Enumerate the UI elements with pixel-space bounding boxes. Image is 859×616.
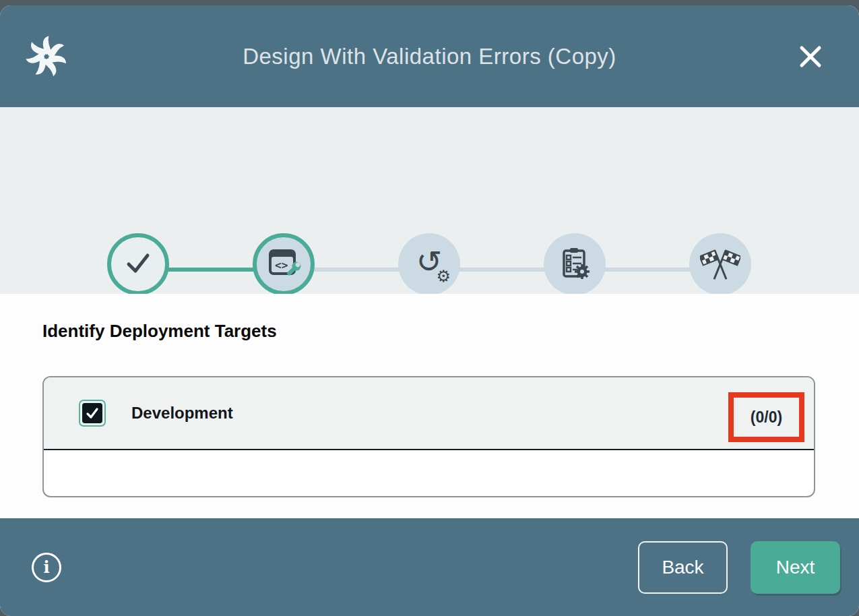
stepper-connector-todo xyxy=(284,268,720,272)
checkbox-checkmark-icon xyxy=(82,403,102,423)
wizard-stepper: Validate Design <> Identify Environments xyxy=(0,107,859,294)
wizard-step-content: Identify Deployment Targets Development … xyxy=(0,294,859,518)
deployment-wizard-dialog: Design With Validation Errors (Copy) Val… xyxy=(0,5,859,616)
content-heading: Identify Deployment Targets xyxy=(42,321,277,342)
target-row-development[interactable]: Development (0/0) xyxy=(44,377,814,450)
dialog-footer: i Back Next xyxy=(0,518,859,616)
dialog-title: Design With Validation Errors (Copy) xyxy=(0,44,859,69)
deployment-targets-panel: Development (0/0) xyxy=(42,376,815,497)
code-window-wrench-icon: <> xyxy=(266,247,301,282)
checkmark-icon xyxy=(122,247,154,282)
step-finalize-deployment[interactable] xyxy=(544,233,606,295)
clipboard-gear-icon xyxy=(557,246,592,282)
target-label: Development xyxy=(131,404,233,423)
next-button[interactable]: Next xyxy=(751,541,840,594)
checkered-flags-icon xyxy=(700,244,740,284)
footer-buttons: Back Next xyxy=(638,541,840,594)
target-count: (0/0) xyxy=(751,408,782,427)
development-checkbox[interactable] xyxy=(79,400,106,427)
gear-icon: ⚙ xyxy=(436,268,451,284)
step-finsh[interactable] xyxy=(689,233,751,295)
annotation-highlight-box: (0/0) xyxy=(728,392,804,442)
svg-text:<>: <> xyxy=(275,259,288,272)
dialog-header: Design With Validation Errors (Copy) xyxy=(0,5,859,107)
info-icon[interactable]: i xyxy=(32,553,61,582)
step-validate-design[interactable] xyxy=(107,233,169,295)
step-identify-environments[interactable]: <> xyxy=(253,233,315,295)
pinwheel-logo-icon xyxy=(26,36,67,78)
close-icon[interactable] xyxy=(794,40,827,73)
step-dry-run[interactable]: ↺ ⚙ xyxy=(398,233,460,295)
back-button[interactable]: Back xyxy=(638,541,728,594)
